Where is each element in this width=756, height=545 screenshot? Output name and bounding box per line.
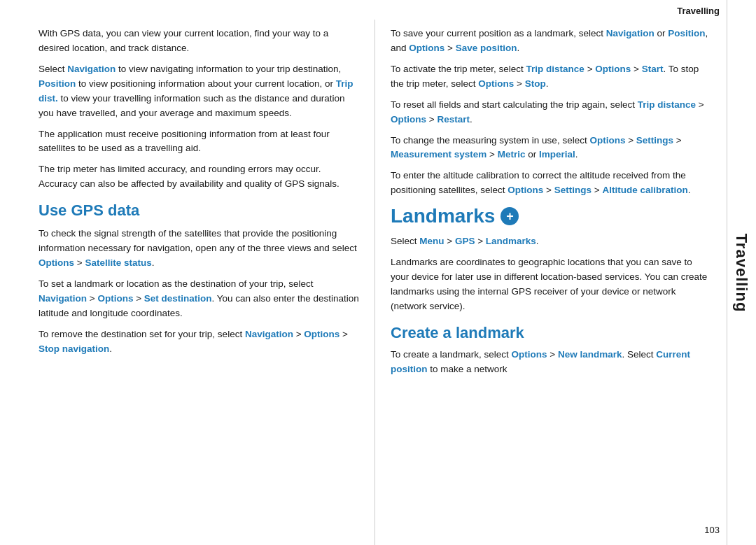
options-link-1: Options xyxy=(38,257,74,268)
new-landmark-link: New landmark xyxy=(558,349,622,360)
create-landmark-title: Create a landmark xyxy=(391,324,711,342)
use-gps-title: Use GPS data xyxy=(38,201,359,220)
measurement-link: Measurement system xyxy=(391,149,486,160)
trip-dist-link-2: Trip distance xyxy=(526,64,584,74)
options-link-8: Options xyxy=(589,135,625,146)
use-gps-para-2: To set a landmark or location as the des… xyxy=(38,277,359,321)
altitude-para: To enter the altitude calibration to cor… xyxy=(391,169,711,198)
metric-link: Metric xyxy=(498,149,526,160)
nav-link-1: Navigation xyxy=(67,64,115,74)
trip-dist-link: Trip dist. xyxy=(38,78,353,104)
landmarks-menu-para: Select Menu > GPS > Landmarks. xyxy=(391,234,711,249)
options-link-9: Options xyxy=(507,185,543,195)
trip-distance-para: To activate the trip meter, select Trip … xyxy=(391,62,711,92)
use-gps-para-3: To remove the destination set for your t… xyxy=(38,327,359,357)
restart-link: Restart xyxy=(437,114,470,125)
intro-para-2: Select Navigation to view navigating inf… xyxy=(38,62,359,121)
nav-link-4: Navigation xyxy=(606,28,654,38)
use-gps-para-1: To check the signal strength of the sate… xyxy=(38,227,359,271)
landmarks-link: Landmarks xyxy=(486,236,536,246)
options-link-7: Options xyxy=(391,114,426,125)
settings-link-2: Settings xyxy=(554,185,592,195)
section-label: Travelling xyxy=(677,6,720,16)
satellite-status-link: Satellite status xyxy=(85,257,151,268)
landmarks-icon: + xyxy=(500,207,519,225)
trip-dist-link-3: Trip distance xyxy=(638,99,696,110)
settings-link-1: Settings xyxy=(636,135,673,146)
options-link-5: Options xyxy=(595,64,631,74)
gps-link: GPS xyxy=(455,236,475,246)
create-landmark-block: To create a landmark, select Options > N… xyxy=(391,348,711,377)
landmarks-desc-para: Landmarks are coordinates to geographic … xyxy=(391,255,711,314)
right-top-block: To save your current position as a landm… xyxy=(391,27,711,198)
landmarks-title: Landmarks + xyxy=(391,205,711,227)
intro-para-4: The trip meter has limited accuracy, and… xyxy=(38,162,359,192)
set-dest-link: Set destination xyxy=(144,293,212,304)
menu-link: Menu xyxy=(419,236,444,246)
left-column: With GPS data, you can view your current… xyxy=(0,20,375,545)
position-link-1: Position xyxy=(38,78,76,89)
landmarks-title-text: Landmarks xyxy=(391,205,495,227)
nav-link-3: Navigation xyxy=(245,329,293,339)
options-link-4: Options xyxy=(409,43,444,53)
right-column: To save your current position as a landm… xyxy=(375,20,727,545)
sidebar-travelling-text: Travelling xyxy=(733,233,751,312)
options-link-10: Options xyxy=(512,349,547,360)
measuring-para: To change the measuring system in use, s… xyxy=(391,134,711,163)
altitude-link: Altitude calibration xyxy=(602,185,687,195)
stop-link: Stop xyxy=(525,78,546,89)
start-link: Start xyxy=(642,64,664,74)
stop-nav-link: Stop navigation xyxy=(38,344,109,354)
reset-para: To reset all fields and start calculatin… xyxy=(391,98,711,127)
landmarks-block: Select Menu > GPS > Landmarks. Landmarks… xyxy=(391,234,711,314)
use-gps-block: To check the signal strength of the sate… xyxy=(38,227,359,356)
options-link-6: Options xyxy=(478,78,514,89)
intro-block: With GPS data, you can view your current… xyxy=(38,27,359,192)
intro-para-1: With GPS data, you can view your current… xyxy=(38,27,359,56)
options-link-2: Options xyxy=(97,293,133,304)
options-link-3: Options xyxy=(304,329,340,339)
save-pos-link: Save position xyxy=(456,43,517,53)
intro-para-3: The application must receive positioning… xyxy=(38,127,359,157)
create-landmark-para: To create a landmark, select Options > N… xyxy=(391,348,711,377)
content-area: With GPS data, you can view your current… xyxy=(0,20,727,545)
position-link-2: Position xyxy=(668,28,705,38)
sidebar-travelling: Travelling xyxy=(727,0,756,545)
imperial-link: Imperial xyxy=(539,149,575,160)
nav-link-2: Navigation xyxy=(38,293,87,304)
save-pos-para: To save your current position as a landm… xyxy=(391,27,711,56)
